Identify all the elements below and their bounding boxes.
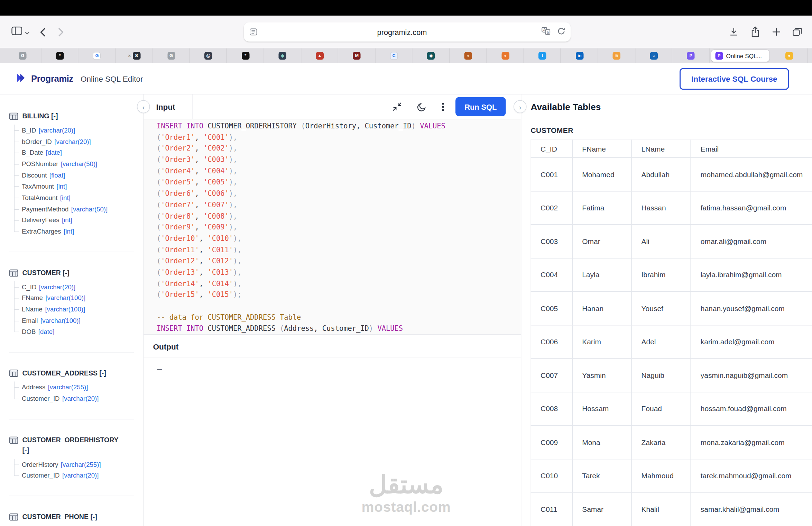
browser-tab[interactable]: @ bbox=[190, 48, 227, 64]
tab-close-icon[interactable]: × bbox=[128, 53, 131, 59]
browser-tab[interactable]: ×S bbox=[116, 48, 153, 64]
schema-column: LName[varchar(100)] bbox=[14, 304, 144, 315]
browser-tab[interactable]: * bbox=[41, 48, 78, 64]
schema-column: bOrder_ID[varchar(20)] bbox=[14, 136, 144, 147]
app-header: Programiz Online SQL Editor Interactive … bbox=[0, 63, 812, 94]
dark-mode-icon[interactable] bbox=[417, 102, 426, 111]
table-cell: karim.adel@gmail.com bbox=[691, 325, 812, 359]
browser-tab[interactable]: t bbox=[524, 48, 561, 64]
collapse-sidebar-button[interactable]: ‹ bbox=[137, 100, 150, 114]
browser-tab[interactable]: G bbox=[153, 48, 190, 64]
browser-tab[interactable]: ● bbox=[450, 48, 487, 64]
table-row: C010TarekMahmoudtarek.mahmoud@gmail.com bbox=[531, 459, 812, 492]
table-icon bbox=[9, 435, 18, 445]
divider bbox=[9, 419, 134, 419]
programiz-logo-icon bbox=[16, 72, 27, 85]
editor-header: Input Run SQL bbox=[144, 94, 521, 119]
translate-icon[interactable]: Aa bbox=[542, 27, 551, 37]
share-icon[interactable] bbox=[751, 27, 760, 38]
schema-column: C_ID[varchar(20)] bbox=[14, 281, 144, 293]
reader-icon[interactable] bbox=[250, 28, 258, 38]
schema-column: Email[varchar(100)] bbox=[14, 315, 144, 326]
tab-input[interactable]: Input bbox=[144, 94, 193, 119]
schema-column: Address[varchar(255)] bbox=[14, 382, 144, 393]
table-cell: tarek.mahmoud@gmail.com bbox=[691, 459, 812, 492]
browser-tab[interactable]: G bbox=[79, 48, 116, 64]
code-line: ('Order7', 'C007'), bbox=[157, 199, 521, 211]
browser-tab[interactable]: ● bbox=[487, 48, 524, 64]
table-cell: hanan.yousef@gmail.com bbox=[691, 291, 812, 325]
browser-tab[interactable]: ○ bbox=[635, 48, 672, 64]
browser-tab[interactable]: * bbox=[227, 48, 264, 64]
collapse-tables-panel-button[interactable]: › bbox=[514, 100, 527, 114]
table-cell: Yasmin bbox=[572, 359, 631, 392]
divider bbox=[9, 352, 134, 353]
tab-favicon-icon: G bbox=[19, 52, 27, 60]
browser-tab[interactable]: in bbox=[561, 48, 598, 64]
code-line: ('Order2', 'C002'), bbox=[157, 143, 521, 154]
forward-button[interactable] bbox=[58, 27, 64, 37]
table-cell: Layla bbox=[572, 258, 631, 292]
browser-tab[interactable]: G bbox=[4, 48, 41, 64]
schema-table-header[interactable]: CUSTOMER_ADDRESS [-] bbox=[9, 368, 143, 379]
sql-editor: Input Run SQL INSERT INTO CUSTOMER_ORDER… bbox=[144, 94, 522, 526]
sidebar-toggle-button[interactable] bbox=[11, 27, 30, 38]
browser-tab[interactable]: ● bbox=[771, 48, 808, 64]
page-title: Online SQL Editor bbox=[81, 74, 143, 83]
table-cell: C008 bbox=[531, 392, 572, 426]
table-icon bbox=[9, 512, 18, 522]
schema-table-header[interactable]: CUSTOMER_PHONE [-] bbox=[9, 512, 143, 522]
browser-tab[interactable]: ◆ bbox=[264, 48, 301, 64]
tab-favicon-icon: @ bbox=[204, 52, 212, 60]
tab-favicon-icon: ● bbox=[464, 52, 472, 60]
schema-table-header[interactable]: CUSTOMER [-] bbox=[9, 268, 143, 278]
browser-tab[interactable]: P bbox=[672, 48, 709, 64]
schema-section: CUSTOMER_ORDERHISTORY [-]OrderHistory[va… bbox=[9, 435, 143, 481]
table-cell: Fouad bbox=[632, 392, 691, 426]
new-tab-icon[interactable] bbox=[772, 28, 781, 37]
tab-favicon-icon: ◆ bbox=[279, 52, 287, 60]
schema-table-header[interactable]: BILLING [-] bbox=[9, 111, 143, 121]
table-cell: Ibrahim bbox=[632, 258, 691, 292]
refresh-icon[interactable] bbox=[557, 27, 565, 37]
code-area[interactable]: INSERT INTO CUSTOMER_ORDERHISTORY (Order… bbox=[144, 119, 521, 335]
browser-tab[interactable]: ▲ bbox=[301, 48, 338, 64]
code-line: ('Order6', 'C006'), bbox=[157, 188, 521, 199]
schema-section: BILLING [-]B_ID[varchar(20)]bOrder_ID[va… bbox=[9, 111, 143, 237]
table-cell: Hossam bbox=[572, 392, 631, 426]
run-sql-button[interactable]: Run SQL bbox=[455, 97, 506, 117]
collapse-toggle[interactable]: [-] bbox=[99, 369, 106, 377]
collapse-toggle[interactable]: [-] bbox=[90, 513, 97, 521]
browser-tab[interactable]: C bbox=[375, 48, 412, 64]
browser-tab[interactable]: M bbox=[338, 48, 375, 64]
collapse-toggle[interactable]: [-] bbox=[51, 112, 58, 120]
schema-table-header[interactable]: CUSTOMER_ORDERHISTORY [-] bbox=[9, 435, 143, 456]
table-name-label: CUSTOMER bbox=[531, 126, 812, 135]
tab-favicon-icon: P bbox=[687, 52, 695, 60]
browser-tab[interactable]: ◆ bbox=[413, 48, 450, 64]
interactive-sql-course-button[interactable]: Interactive SQL Course bbox=[680, 68, 789, 90]
schema-column: B_Date[date] bbox=[14, 147, 144, 158]
kebab-menu-icon[interactable] bbox=[442, 102, 444, 111]
back-button[interactable] bbox=[40, 27, 46, 37]
table-row: C009MonaZakariamona.zakaria@gmail.com bbox=[531, 425, 812, 459]
url-text[interactable]: programiz.com bbox=[265, 22, 539, 42]
collapse-toggle[interactable]: [-] bbox=[63, 269, 70, 277]
browser-tab-active[interactable]: POnline SQL... bbox=[711, 50, 769, 62]
table-icon bbox=[9, 111, 18, 121]
url-bar[interactable]: programiz.com Aa bbox=[244, 22, 571, 42]
code-line: ('Order12', 'C012'), bbox=[157, 255, 521, 267]
collapse-toggle[interactable]: [-] bbox=[22, 446, 29, 454]
code-line: ('Order8', 'C008'), bbox=[157, 210, 521, 222]
tab-overview-icon[interactable] bbox=[793, 28, 803, 37]
downloads-icon[interactable] bbox=[729, 27, 739, 37]
table-cell: Mona bbox=[572, 425, 631, 459]
table-cell: C003 bbox=[531, 225, 572, 258]
browser-tab[interactable]: 5 bbox=[598, 48, 635, 64]
programiz-logo[interactable]: Programiz bbox=[16, 72, 73, 85]
code-line: ('Order1', 'C001'), bbox=[157, 132, 521, 143]
collapse-editor-icon[interactable] bbox=[393, 102, 402, 111]
table-cell: Karim bbox=[572, 325, 631, 359]
browser-toolbar: programiz.com Aa bbox=[0, 16, 812, 48]
table-icon bbox=[9, 268, 18, 278]
